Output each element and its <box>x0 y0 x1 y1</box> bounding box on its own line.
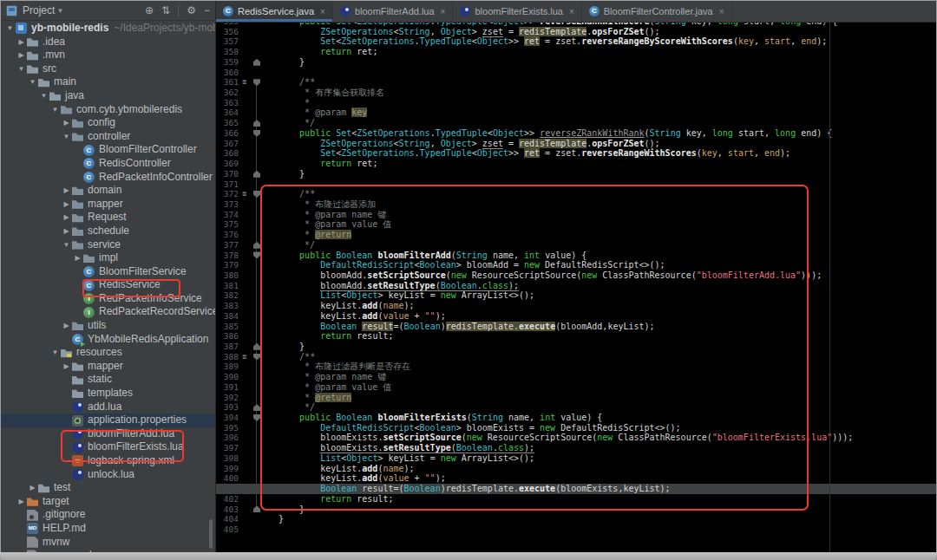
panel-scrollbar[interactable] <box>209 519 213 549</box>
code-line-373[interactable]: 373 * 布隆过滤器添加 <box>216 199 936 210</box>
fold-marker-start[interactable] <box>251 77 263 88</box>
code-line-391[interactable]: 391 * @param value 值 <box>216 382 936 393</box>
code-line-374[interactable]: 374 * @param name 键 <box>216 210 936 220</box>
code-line-403[interactable]: 403 } <box>216 505 936 515</box>
fold-marker-end[interactable] <box>251 342 263 352</box>
expand-arrow-icon[interactable]: ▶ <box>61 211 72 225</box>
tree-item-logback-spring.xml[interactable]: <>logback-spring.xml <box>1 454 215 468</box>
expand-arrow-icon[interactable]: ▶ <box>27 481 38 495</box>
tree-item-redpacketinfocontroller[interactable]: CRedPacketInfoController <box>1 171 215 185</box>
expand-arrow-icon[interactable]: ▶ <box>16 49 27 62</box>
collapse-all-icon[interactable]: ⇅ <box>161 5 170 16</box>
tab-redisservice.java[interactable]: CRedisService.java× <box>216 1 333 22</box>
chevron-down-icon[interactable]: ▾ <box>58 6 62 15</box>
fold-marker-start[interactable] <box>251 251 263 261</box>
code-line-359[interactable]: 359 } <box>216 57 936 68</box>
code-line-369[interactable]: 369 return ret; <box>216 159 936 169</box>
code-line-378[interactable]: 378 public Boolean bloomFilterAdd(String… <box>216 251 936 261</box>
project-panel-title[interactable]: Project <box>23 4 55 16</box>
close-icon[interactable]: × <box>441 7 446 16</box>
code-line-365[interactable]: 365 */ <box>216 118 936 128</box>
code-line-377[interactable]: 377 */ <box>216 240 936 251</box>
code-line-358[interactable]: 358 return ret; <box>216 47 936 57</box>
tree-item-rediscontroller[interactable]: CRedisController <box>1 157 215 171</box>
code-line-381[interactable]: 381 bloomAdd.setResultType(Boolean.class… <box>216 281 936 291</box>
tree-item-help.md[interactable]: MDHELP.md <box>1 522 215 536</box>
tree-item-redpacketrecordservice[interactable]: IRedPacketRecordService <box>1 305 215 319</box>
tree-item-main[interactable]: ▼main <box>1 75 215 89</box>
tree-item-redisservice[interactable]: CRedisService <box>1 278 215 292</box>
code-line-393[interactable]: 393 */ <box>216 402 936 413</box>
tab-bloomfiltercontroller.java[interactable]: CBloomFilterController.java× <box>582 1 732 22</box>
fold-marker-end[interactable] <box>251 57 263 68</box>
tree-item-add.lua[interactable]: add.lua <box>1 400 215 414</box>
tree-item-.mvn[interactable]: ▶.mvn <box>1 49 215 62</box>
code-line-400[interactable]: 400 keyList.add(value + ""); <box>216 473 936 484</box>
tree-item-static[interactable]: static <box>1 373 215 387</box>
editor-body[interactable]: 355 public Set<ZSetOperations.TypedTuple… <box>216 23 936 552</box>
tree-item-bloomfilterservice[interactable]: CBloomFilterService <box>1 265 215 279</box>
expand-arrow-icon[interactable]: ▼ <box>16 62 27 76</box>
code-line-382[interactable]: 382 List<Object> keyList = new ArrayList… <box>216 290 936 301</box>
tab-bloomfilterexists.lua[interactable]: bloomFilterExists.lua× <box>453 1 581 22</box>
tree-item-request[interactable]: ▶Request <box>1 211 215 225</box>
tree-item-.idea[interactable]: ▶.idea <box>1 36 215 49</box>
fold-marker-start[interactable] <box>251 352 263 362</box>
settings-gear-icon[interactable]: ⚙ <box>187 5 196 16</box>
code-line-370[interactable]: 370 } <box>216 169 936 179</box>
tree-item-bloomfilterexists.lua[interactable]: bloomFilterExists.lua <box>1 440 215 454</box>
expand-arrow-icon[interactable]: ▶ <box>16 495 27 509</box>
code-line-375[interactable]: 375 * @param value 值 <box>216 219 936 230</box>
tree-item-templates[interactable]: templates <box>1 387 215 400</box>
tree-item-service[interactable]: ▼service <box>1 238 215 252</box>
tree-item-.gitignore[interactable]: .gitignore <box>1 508 215 522</box>
fold-marker-end[interactable] <box>251 240 263 251</box>
code-line-392[interactable]: 392 * @return <box>216 393 936 403</box>
fold-marker-end[interactable] <box>251 118 263 128</box>
code-line-376[interactable]: 376 * @return <box>216 230 936 240</box>
code-line-366[interactable]: 366 public Set<ZSetOperations.TypedTuple… <box>216 128 936 139</box>
code-line-360[interactable]: 360 <box>216 68 936 78</box>
tree-item-target[interactable]: ▶target <box>1 495 215 509</box>
code-line-387[interactable]: 387 } <box>216 342 936 352</box>
code-line-385[interactable]: 385 Boolean result=(Boolean)redisTemplat… <box>216 322 936 332</box>
code-line-371[interactable]: 371 <box>216 179 936 190</box>
code-line-380[interactable]: 380 bloomAdd.setScriptSource(new Resourc… <box>216 270 936 281</box>
fold-marker-start[interactable] <box>251 128 263 139</box>
tree-item-resources[interactable]: ▼resources <box>1 346 215 360</box>
close-icon[interactable]: × <box>569 7 574 16</box>
expand-arrow-icon[interactable]: ▶ <box>61 360 72 374</box>
tree-item-bloomfiltercontroller[interactable]: CBloomFilterController <box>1 143 215 157</box>
code-line-388[interactable]: 388≣ /** <box>216 352 936 362</box>
code-line-367[interactable]: 367 ZSetOperations<String, Object> zset … <box>216 139 936 149</box>
tree-item-yb-mobile-redis[interactable]: ▼yb-mobile-redis~/IdeaProjects/yb-mobile… <box>1 22 215 36</box>
tree-item-mapper[interactable]: ▶mapper <box>1 360 215 374</box>
expand-arrow-icon[interactable]: ▶ <box>72 251 83 265</box>
expand-arrow-icon[interactable]: ▼ <box>27 75 38 89</box>
fold-marker-start[interactable] <box>251 189 263 199</box>
expand-arrow-icon[interactable]: ▼ <box>4 22 16 36</box>
expand-arrow-icon[interactable]: ▶ <box>61 116 72 130</box>
tree-item-domain[interactable]: ▶domain <box>1 184 215 198</box>
tree-item-ybmobileredisapplication[interactable]: CYbMobileRedisApplication <box>1 333 215 347</box>
code-line-368[interactable]: 368 Set<ZSetOperations.TypedTuple<Object… <box>216 148 936 159</box>
code-line-390[interactable]: 390 * @param name 键 <box>216 372 936 382</box>
code-line-395[interactable]: 395 DefaultRedisScript<Boolean> bloomExi… <box>216 423 936 433</box>
code-line-396[interactable]: 396 bloomExists.setScriptSource(new Reso… <box>216 433 936 443</box>
tree-item-utils[interactable]: ▶utils <box>1 319 215 333</box>
code-line-399[interactable]: 399 keyList.add(name); <box>216 464 936 474</box>
code-line-372[interactable]: 372≣ /** <box>216 189 936 199</box>
expand-arrow-icon[interactable]: ▶ <box>61 225 72 238</box>
tree-item-schedule[interactable]: ▶schedule <box>1 225 215 238</box>
tree-item-impl[interactable]: ▶impl <box>1 251 215 265</box>
code-line-362[interactable]: 362 * 有序集合获取排名 <box>216 88 936 98</box>
tree-item-redpacketinfoservice[interactable]: IRedPacketInfoService <box>1 292 215 306</box>
expand-arrow-icon[interactable]: ▼ <box>38 89 49 103</box>
locate-icon[interactable]: ⊕ <box>145 5 154 16</box>
code-line-402[interactable]: 402 return result; <box>216 494 936 505</box>
expand-arrow-icon[interactable]: ▶ <box>61 198 72 212</box>
code-line-389[interactable]: 389 * 布隆过滤器判断是否存在 <box>216 361 936 372</box>
code-line-404[interactable]: 404} <box>216 514 936 524</box>
fold-marker-end[interactable] <box>251 402 263 413</box>
tree-item-mvnw[interactable]: mvnw <box>1 536 215 550</box>
